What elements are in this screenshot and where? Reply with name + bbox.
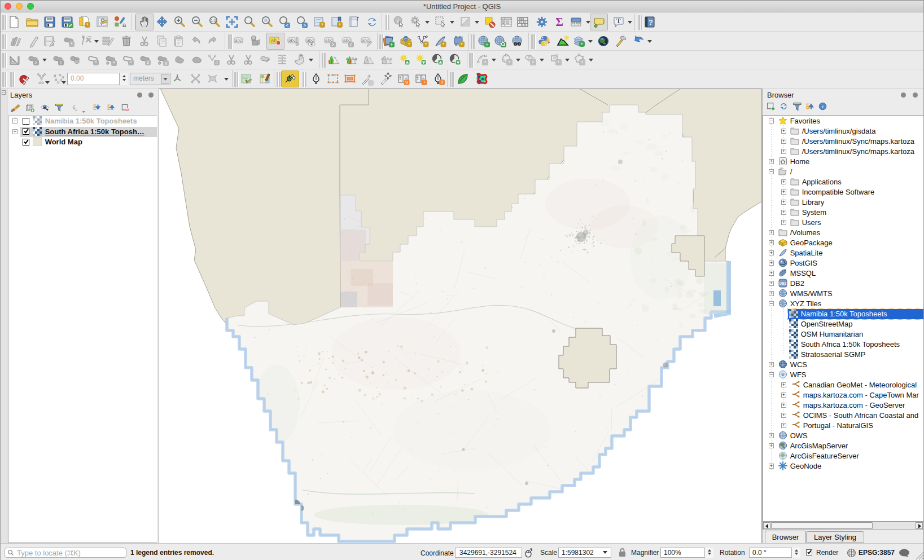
svg-text:x: x [165,60,168,66]
svg-text:+: + [390,42,393,47]
svg-text:<: < [286,23,288,28]
svg-text:*: * [509,60,511,65]
svg-text:DB2: DB2 [779,281,786,285]
svg-text:Σ: Σ [555,15,563,29]
svg-text:*: * [71,41,73,47]
svg-text:c: c [60,60,63,65]
svg-text:c: c [350,42,353,47]
svg-text:*: * [443,42,445,47]
svg-text:+: + [423,80,426,85]
svg-text:*: * [86,22,89,28]
svg-text:>: > [34,60,37,65]
svg-text:+: + [485,42,488,47]
svg-text:T: T [616,17,621,25]
svg-text:abc: abc [306,38,314,43]
svg-text:*: * [130,60,132,65]
svg-text:*: * [484,60,487,65]
svg-text:>: > [331,42,334,47]
svg-text:a: a [122,21,126,28]
svg-text:*: * [581,60,584,65]
svg-text:ab: ab [271,38,277,43]
svg-text:?: ? [649,18,653,27]
svg-text:abc: abc [362,38,369,43]
svg-text:c: c [216,60,218,65]
svg-text:abc: abc [288,38,296,43]
svg-text:?: ? [440,80,443,85]
svg-text:+: + [580,41,583,47]
svg-text:*: * [558,60,560,65]
svg-text:*: * [408,42,410,47]
svg-text:*: * [95,60,97,65]
svg-text:1:1: 1:1 [211,19,216,23]
svg-text:v: v [405,80,408,85]
svg-text:abc: abc [235,38,242,43]
svg-text:x: x [147,60,150,65]
svg-text:V: V [781,372,785,377]
svg-text:*: * [461,42,463,47]
svg-text:*: * [339,22,341,28]
svg-text:>: > [303,23,306,28]
svg-text:*: * [532,60,535,65]
svg-text:*: * [113,60,115,66]
svg-text:*: * [321,22,323,28]
svg-text:*: * [425,42,427,47]
